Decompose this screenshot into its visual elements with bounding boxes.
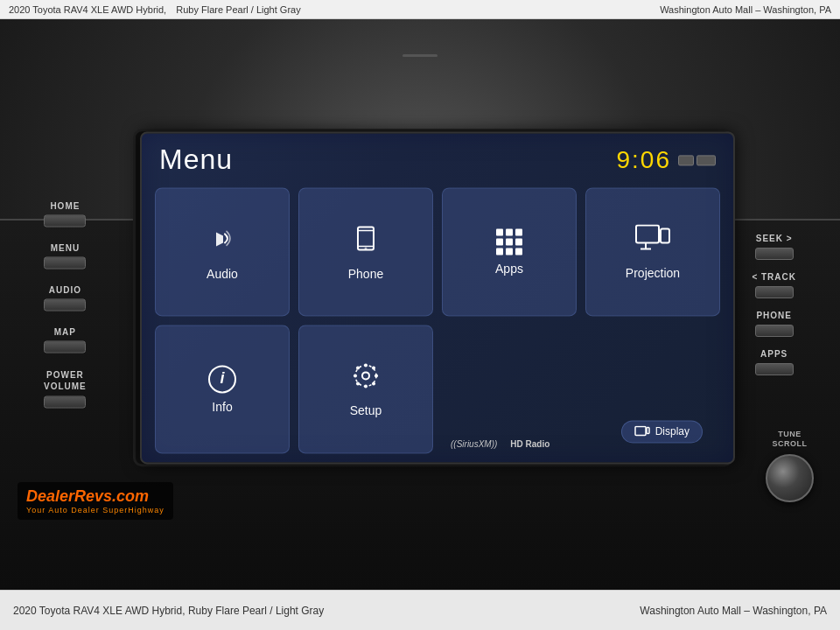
svg-point-8 bbox=[364, 384, 368, 388]
svg-point-7 bbox=[364, 363, 368, 367]
top-decoration bbox=[402, 54, 438, 57]
display-label: Display bbox=[655, 425, 690, 438]
seek-button[interactable] bbox=[755, 248, 794, 260]
dealer-header: Washington Auto Mall – Washington, PA bbox=[660, 4, 831, 15]
bottom-bar: 2020 Toyota RAV4 XLE AWD Hybrid, Ruby Fl… bbox=[0, 590, 840, 630]
infotainment-screen: Menu 9:06 bbox=[140, 131, 735, 464]
menu-button[interactable] bbox=[44, 257, 86, 270]
hd-branding: HD Radio bbox=[510, 439, 550, 449]
menu-item-setup[interactable]: Setup bbox=[298, 325, 433, 453]
svg-point-10 bbox=[374, 374, 378, 377]
phone-icon bbox=[353, 223, 379, 260]
display-button[interactable]: Display bbox=[621, 420, 703, 443]
bottom-car-info: 2020 Toyota RAV4 XLE AWD Hybrid, Ruby Fl… bbox=[13, 605, 324, 617]
svg-rect-16 bbox=[647, 427, 649, 433]
phone-label: Phone bbox=[348, 267, 383, 281]
power-volume-button[interactable] bbox=[44, 396, 86, 409]
menu-label: MENU bbox=[51, 243, 80, 253]
audio-label: Audio bbox=[206, 267, 238, 281]
menu-button-group: MENU bbox=[44, 243, 87, 270]
phone-button[interactable] bbox=[755, 325, 794, 337]
svg-point-11 bbox=[356, 366, 360, 369]
seek-label: SEEK > bbox=[756, 234, 793, 243]
seek-button-group: SEEK > bbox=[752, 234, 796, 260]
sirius-branding: ((SiriusXM)) bbox=[451, 439, 497, 449]
watermark-subtitle: Your Auto Dealer SuperHighway bbox=[26, 506, 164, 514]
apps-grid-icon bbox=[496, 228, 522, 255]
track-button-group: < TRACK bbox=[752, 272, 796, 298]
watermark-bg: DealerRevs.com Your Auto Dealer SuperHig… bbox=[18, 482, 173, 520]
menu-item-projection[interactable]: Projection bbox=[585, 187, 720, 316]
info-circle-icon: i bbox=[208, 365, 236, 393]
apps-label: Apps bbox=[495, 262, 523, 276]
svg-point-12 bbox=[372, 382, 375, 385]
status-icons bbox=[678, 155, 716, 165]
menu-bottom-row: i Info bbox=[155, 325, 720, 453]
setup-label: Setup bbox=[350, 403, 382, 417]
bottom-dealer: Washington Auto Mall – Washington, PA bbox=[640, 605, 827, 617]
left-control-panel: HOME MENU AUDIO MAP POWERVOLUME bbox=[44, 201, 87, 409]
menu-item-phone[interactable]: Phone bbox=[298, 187, 433, 316]
battery-icon bbox=[678, 155, 694, 165]
apps-icon bbox=[496, 228, 522, 255]
map-label: MAP bbox=[54, 327, 76, 337]
map-button[interactable] bbox=[44, 341, 86, 354]
tune-scroll-label: TUNESCROLL bbox=[773, 430, 808, 449]
audio-icon bbox=[207, 223, 237, 260]
svg-point-13 bbox=[372, 366, 375, 369]
svg-point-0 bbox=[365, 247, 368, 249]
tune-scroll-area: TUNESCROLL bbox=[766, 430, 814, 502]
audio-button[interactable] bbox=[44, 299, 86, 312]
screen-title: Menu bbox=[159, 144, 233, 176]
track-label: < TRACK bbox=[752, 272, 796, 282]
power-volume-label: POWERVOLUME bbox=[44, 369, 87, 392]
menu-item-apps[interactable]: Apps bbox=[442, 187, 577, 316]
phone-ctrl-label: PHONE bbox=[756, 311, 792, 320]
car-info-header: 2020 Toyota RAV4 XLE AWD Hybrid, Ruby Fl… bbox=[9, 4, 301, 15]
screen-menu-grid: Audio Phone bbox=[142, 183, 733, 458]
right-control-panel: SEEK > < TRACK PHONE APPS bbox=[752, 234, 796, 375]
tune-scroll-knob[interactable] bbox=[766, 454, 814, 502]
svg-rect-15 bbox=[635, 426, 646, 435]
audio-button-group: AUDIO bbox=[44, 285, 87, 312]
menu-item-info[interactable]: i Info bbox=[155, 325, 290, 453]
projection-icon bbox=[635, 224, 670, 259]
power-volume-group: POWERVOLUME bbox=[44, 369, 87, 409]
menu-top-row: Audio Phone bbox=[155, 187, 720, 316]
watermark: DealerRevs.com Your Auto Dealer SuperHig… bbox=[18, 482, 173, 520]
screen-header: Menu 9:06 bbox=[142, 133, 733, 183]
svg-rect-1 bbox=[636, 225, 659, 242]
svg-point-5 bbox=[362, 372, 369, 379]
home-button[interactable] bbox=[44, 215, 86, 228]
menu-bottom-left: i Info bbox=[155, 325, 433, 453]
info-label: Info bbox=[212, 400, 232, 414]
watermark-title: DealerRevs.com bbox=[26, 487, 164, 506]
setup-icon bbox=[352, 361, 380, 396]
photo-area: Menu 9:06 bbox=[0, 19, 840, 590]
audio-ctrl-label: AUDIO bbox=[49, 285, 81, 295]
map-button-group: MAP bbox=[44, 327, 87, 354]
apps-button-group: APPS bbox=[752, 349, 796, 375]
phone-button-group: PHONE bbox=[752, 311, 796, 337]
track-button[interactable] bbox=[755, 286, 794, 298]
top-bar: 2020 Toyota RAV4 XLE AWD Hybrid, Ruby Fl… bbox=[0, 0, 840, 19]
apps-ctrl-label: APPS bbox=[760, 349, 788, 359]
car-color-header: Ruby Flare Pearl / Light Gray bbox=[176, 4, 300, 15]
menu-bottom-right: Display ((SiriusXM)) HD Radio bbox=[442, 325, 720, 453]
home-button-group: HOME bbox=[44, 201, 87, 228]
projection-label: Projection bbox=[626, 266, 680, 280]
menu-item-audio[interactable]: Audio bbox=[155, 187, 290, 316]
svg-rect-2 bbox=[661, 228, 669, 242]
clock-area: 9:06 bbox=[617, 146, 717, 174]
signal-icon bbox=[696, 155, 716, 165]
apps-button[interactable] bbox=[755, 363, 794, 375]
svg-point-14 bbox=[356, 382, 360, 385]
svg-point-9 bbox=[354, 374, 357, 377]
car-model-header: 2020 Toyota RAV4 XLE AWD Hybrid, bbox=[9, 4, 166, 15]
home-label: HOME bbox=[50, 201, 80, 211]
clock-display: 9:06 bbox=[617, 146, 672, 174]
info-icon: i bbox=[208, 365, 236, 393]
